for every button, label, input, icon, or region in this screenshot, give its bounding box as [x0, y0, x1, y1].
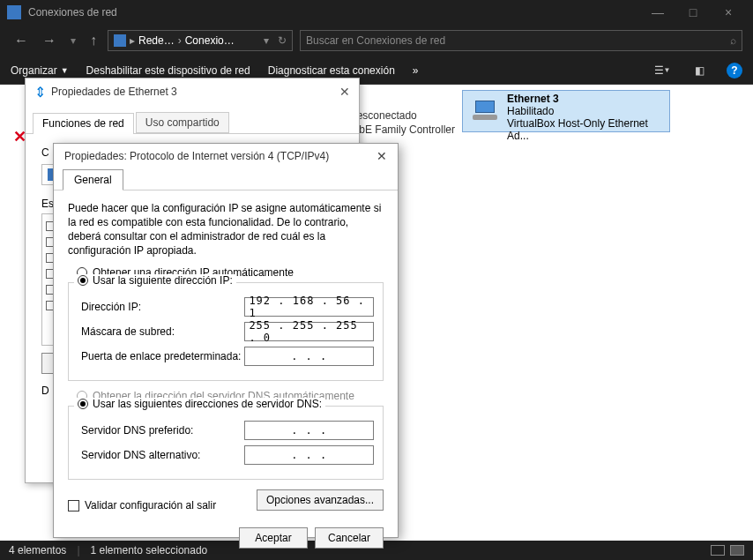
preview-pane-icon[interactable]: ◧: [690, 61, 709, 80]
adapter-icon: [468, 93, 502, 128]
search-input[interactable]: Buscar en Conexiones de red ⌕: [300, 30, 742, 51]
properties-icon: ⇕: [34, 84, 46, 101]
breadcrumb[interactable]: ▸ Rede… › Conexio… ▾ ↻: [108, 30, 293, 51]
maximize-button[interactable]: □: [675, 5, 711, 19]
main-titlebar: Conexiones de red — □ ×: [0, 0, 753, 25]
dns-preferred-label: Servidor DNS preferido:: [81, 424, 244, 437]
history-dropdown[interactable]: ▾: [67, 34, 79, 47]
app-icon: [7, 5, 21, 19]
static-dns-group: Usar las siguientes direcciones de servi…: [68, 406, 384, 480]
tab-general[interactable]: General: [63, 169, 123, 190]
help-button[interactable]: ?: [727, 63, 742, 78]
radio-use-static-dns[interactable]: [78, 399, 88, 409]
checkbox-icon: [68, 500, 79, 511]
adapter-description: VirtualBox Host-Only Ethernet Ad...: [507, 117, 664, 142]
search-icon[interactable]: ⌕: [730, 34, 736, 47]
adapter-name: Ethernet 3: [507, 93, 664, 105]
adapter-status: Habilitado: [507, 105, 664, 117]
properties-title: Propiedades de Ethernet 3: [51, 86, 177, 98]
search-placeholder: Buscar en Conexiones de red: [306, 34, 445, 47]
forward-button[interactable]: →: [39, 33, 60, 49]
dns-alternate-label: Servidor DNS alternativo:: [81, 449, 244, 461]
properties-close-button[interactable]: ✕: [339, 85, 350, 99]
properties-titlebar[interactable]: ⇕ Propiedades de Ethernet 3 ✕: [26, 78, 359, 105]
ip-address-input[interactable]: 192 . 168 . 56 . 1: [244, 297, 374, 317]
subnet-mask-label: Máscara de subred:: [81, 325, 244, 338]
minimize-button[interactable]: —: [640, 5, 675, 19]
view-details-icon[interactable]: [711, 545, 725, 556]
gateway-input[interactable]: . . .: [244, 347, 374, 366]
ipv4-close-button[interactable]: ✕: [376, 149, 387, 163]
ipv4-intro-text: Puede hacer que la configuración IP se a…: [68, 201, 384, 258]
dns-alternate-input[interactable]: . . .: [244, 445, 374, 465]
dialog-buttons: Aceptar Cancelar: [54, 519, 398, 557]
validate-on-exit-checkbox[interactable]: Validar configuración al salir: [68, 499, 216, 511]
breadcrumb-current[interactable]: Conexio…: [185, 34, 235, 47]
dns-preferred-input[interactable]: . . .: [244, 421, 374, 440]
disabled-adapter-x-icon: ✕: [13, 127, 26, 146]
properties-tabs: Funciones de red Uso compartido: [26, 112, 359, 134]
close-button[interactable]: ×: [711, 5, 746, 19]
subnet-mask-input[interactable]: 255 . 255 . 255 . 0: [244, 322, 374, 341]
ok-button[interactable]: Aceptar: [239, 527, 308, 549]
breadcrumb-root[interactable]: Rede…: [138, 34, 175, 47]
window-title: Conexiones de red: [28, 6, 640, 19]
advanced-button[interactable]: Opciones avanzadas...: [257, 489, 384, 511]
radio-use-static-ip[interactable]: [78, 275, 88, 286]
ipv4-properties-window: Propiedades: Protocolo de Internet versi…: [53, 143, 399, 538]
ipv4-titlebar[interactable]: Propiedades: Protocolo de Internet versi…: [54, 144, 398, 168]
view-options-icon[interactable]: ☰ ▼: [652, 61, 672, 80]
static-ip-group: Usar la siguiente dirección IP: Direcció…: [68, 282, 384, 381]
ipv4-title-text: Propiedades: Protocolo de Internet versi…: [64, 150, 329, 162]
more-commands[interactable]: »: [413, 64, 419, 77]
ip-address-label: Dirección IP:: [81, 301, 244, 313]
tab-network-functions[interactable]: Funciones de red: [33, 113, 134, 134]
network-icon: [114, 34, 126, 47]
cancel-button[interactable]: Cancelar: [315, 527, 384, 549]
diagnose-cmd[interactable]: Diagnosticar esta conexión: [268, 64, 395, 77]
back-button[interactable]: ←: [11, 33, 32, 49]
up-button[interactable]: ↑: [86, 33, 101, 49]
gateway-label: Puerta de enlace predeterminada:: [81, 350, 244, 362]
organize-menu[interactable]: Organizar ▼: [11, 64, 69, 77]
adapter-ethernet3[interactable]: Ethernet 3 Habilitado VirtualBox Host-On…: [462, 90, 670, 132]
view-large-icon[interactable]: [730, 545, 744, 556]
nav-bar: ← → ▾ ↑ ▸ Rede… › Conexio… ▾ ↻ Buscar en…: [0, 25, 753, 56]
disable-device-cmd[interactable]: Deshabilitar este dispositivo de red: [86, 64, 250, 77]
tab-sharing[interactable]: Uso compartido: [136, 112, 229, 133]
